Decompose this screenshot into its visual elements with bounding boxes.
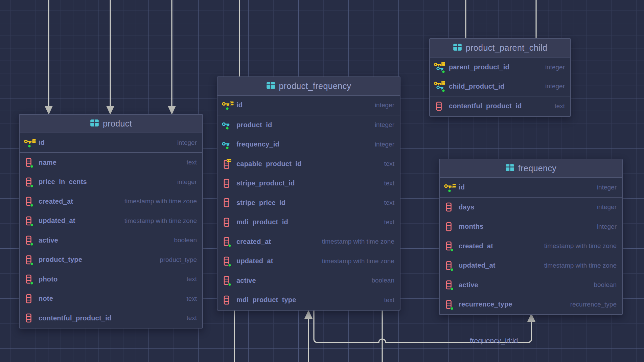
- column-row-stripe_price_id[interactable]: stripe_price_id text: [217, 193, 400, 213]
- table-icon: [266, 82, 275, 91]
- column-row-days[interactable]: days integer: [440, 198, 622, 217]
- column-row-photo[interactable]: photo text: [20, 270, 202, 289]
- table-columns: parent_product_id integer child_product_…: [430, 58, 570, 116]
- relationship-label[interactable]: frequency_id:id: [470, 337, 518, 344]
- column-icon: [24, 157, 36, 168]
- column-name: product_id: [236, 121, 272, 129]
- column-row-recurrence_type[interactable]: recurrence_type recurrence_type: [440, 295, 622, 314]
- column-row-capable_product_id[interactable]: capable_product_id text: [217, 154, 400, 174]
- column-icon: [24, 313, 36, 323]
- table-header[interactable]: product_parent_child: [430, 39, 570, 58]
- column-row-note[interactable]: note text: [20, 289, 202, 309]
- column-name: updated_at: [236, 257, 273, 265]
- column-type: integer: [375, 101, 394, 109]
- column-row-updated_at[interactable]: updated_at timestamp with time zone: [20, 211, 202, 231]
- column-name: child_product_id: [449, 83, 504, 90]
- table-columns: id integer days integer months integer c…: [440, 178, 622, 314]
- table-header[interactable]: product_frequency: [217, 77, 400, 96]
- column-row-id[interactable]: id integer: [440, 178, 622, 198]
- primary-foreign-key-icon: [434, 81, 446, 92]
- column-icon: [444, 241, 456, 251]
- primary-key-icon: [222, 100, 234, 111]
- column-icon: [444, 202, 456, 212]
- column-icon: [222, 197, 234, 208]
- column-row-active[interactable]: active boolean: [440, 275, 622, 295]
- column-name: photo: [39, 275, 58, 283]
- column-row-created_at[interactable]: created_at timestamp with time zone: [217, 232, 400, 252]
- column-name: contentful_product_id: [39, 314, 111, 322]
- column-row-name[interactable]: name text: [20, 153, 202, 173]
- column-name: id: [459, 183, 465, 191]
- column-icon: [222, 217, 234, 228]
- column-row-product_id[interactable]: product_id integer: [217, 115, 400, 135]
- column-type: timestamp with time zone: [124, 217, 197, 225]
- table-frequency[interactable]: frequency id integer days integer months…: [439, 159, 623, 315]
- table-product_frequency[interactable]: product_frequency id integer product_id …: [217, 76, 400, 311]
- erd-canvas[interactable]: frequency_id:id product id integer name …: [0, 0, 644, 362]
- table-icon: [505, 164, 514, 173]
- column-row-active[interactable]: active boolean: [217, 271, 400, 291]
- column-type: text: [554, 103, 565, 110]
- table-product[interactable]: product id integer name text price_in_ce…: [19, 114, 203, 329]
- column-index-icon: [222, 158, 234, 169]
- column-icon: [24, 216, 36, 226]
- column-icon: [24, 177, 36, 187]
- arrowhead-into-product-1: [45, 106, 53, 115]
- column-type: product_type: [160, 256, 197, 264]
- column-name: created_at: [39, 198, 73, 205]
- table-product_parent_child[interactable]: product_parent_child parent_product_id i…: [429, 38, 571, 117]
- column-type: integer: [597, 223, 617, 230]
- column-name: capable_product_id: [236, 160, 302, 168]
- column-row-active[interactable]: active boolean: [20, 231, 202, 250]
- table-header[interactable]: product: [20, 115, 202, 133]
- table-columns: id integer name text price_in_cents inte…: [20, 133, 202, 328]
- column-icon: [24, 293, 36, 304]
- arrowhead-into-product-frequency: [304, 310, 313, 319]
- column-row-mdi_product_type[interactable]: mdi_product_type text: [217, 290, 400, 310]
- column-name: days: [459, 203, 474, 211]
- column-name: parent_product_id: [449, 63, 509, 71]
- table-title: frequency: [518, 163, 556, 173]
- column-type: integer: [545, 83, 565, 90]
- column-row-updated_at[interactable]: updated_at timestamp with time zone: [440, 256, 622, 275]
- column-type: text: [384, 219, 394, 226]
- column-icon: [222, 295, 234, 306]
- column-type: timestamp with time zone: [322, 238, 394, 245]
- column-row-months[interactable]: months integer: [440, 217, 622, 236]
- column-name: name: [39, 159, 56, 166]
- column-type: text: [186, 314, 197, 322]
- column-name: updated_at: [39, 217, 75, 225]
- column-row-id[interactable]: id integer: [217, 96, 400, 115]
- column-type: timestamp with time zone: [544, 242, 617, 250]
- column-row-parent_product_id[interactable]: parent_product_id integer: [430, 58, 570, 77]
- column-icon: [444, 260, 456, 271]
- column-type: boolean: [174, 236, 197, 244]
- column-type: timestamp with time zone: [124, 198, 197, 205]
- column-row-updated_at[interactable]: updated_at timestamp with time zone: [217, 251, 400, 271]
- column-icon: [222, 236, 234, 247]
- column-icon: [222, 178, 234, 189]
- table-title: product_frequency: [279, 81, 351, 91]
- column-type: timestamp with time zone: [544, 262, 617, 269]
- column-type: text: [384, 180, 394, 187]
- column-row-frequency_id[interactable]: frequency_id integer: [217, 135, 400, 154]
- primary-key-icon: [444, 182, 456, 193]
- column-row-contentful_product_id[interactable]: contentful_product_id text: [430, 96, 570, 116]
- primary-foreign-key-icon: [434, 62, 446, 73]
- column-row-contentful_product_id[interactable]: contentful_product_id text: [20, 309, 202, 328]
- column-type: integer: [177, 139, 197, 146]
- column-row-child_product_id[interactable]: child_product_id integer: [430, 77, 570, 97]
- column-row-product_type[interactable]: product_type product_type: [20, 250, 202, 270]
- column-row-price_in_cents[interactable]: price_in_cents integer: [20, 172, 202, 192]
- column-type: timestamp with time zone: [322, 257, 394, 265]
- column-name: mdi_product_type: [236, 296, 296, 304]
- column-row-id[interactable]: id integer: [20, 133, 202, 153]
- primary-key-icon: [24, 137, 36, 148]
- table-header[interactable]: frequency: [440, 159, 622, 178]
- column-row-mdi_product_id[interactable]: mdi_product_id text: [217, 212, 400, 232]
- column-name: frequency_id: [236, 140, 279, 148]
- column-row-created_at[interactable]: created_at timestamp with time zone: [20, 192, 202, 211]
- column-row-created_at[interactable]: created_at timestamp with time zone: [440, 236, 622, 256]
- column-row-stripe_product_id[interactable]: stripe_product_id text: [217, 174, 400, 193]
- column-type: integer: [375, 141, 394, 148]
